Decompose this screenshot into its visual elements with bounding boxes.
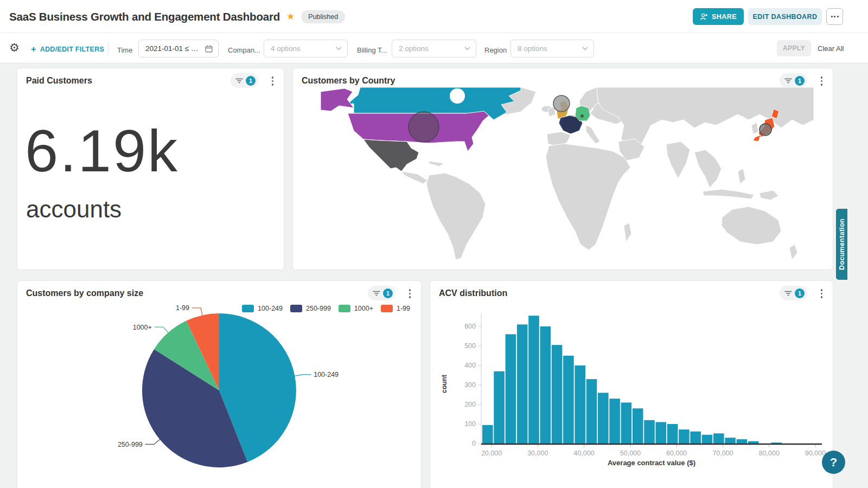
map-australia	[722, 207, 781, 245]
histogram-bar[interactable]	[633, 408, 643, 444]
histogram-bar[interactable]	[563, 356, 574, 444]
x-axis-title: Average contract value ($)	[608, 459, 695, 467]
billing-filter-value: 2 options	[399, 44, 464, 53]
histogram-bar[interactable]	[506, 334, 516, 444]
histogram-bar[interactable]	[609, 399, 620, 444]
histogram-bar[interactable]	[737, 439, 748, 444]
histogram-bar[interactable]	[656, 422, 667, 444]
documentation-tab-label: Documentation	[838, 219, 846, 270]
more-dots-icon	[831, 16, 833, 17]
map-bubble-united-kingdom[interactable]	[553, 95, 570, 112]
region-filter-select[interactable]: 8 options	[510, 40, 594, 57]
world-map-svg	[293, 87, 833, 270]
filter-icon	[235, 78, 243, 84]
company-size-card: Customers by company size 1 100-249250-9…	[17, 280, 422, 488]
paid-customers-card: Paid Customers 1 6.19k accounts	[17, 68, 284, 270]
calendar-icon	[205, 45, 213, 53]
pie-callout-line	[145, 440, 160, 445]
histogram-bar[interactable]	[621, 402, 632, 444]
histogram-bar[interactable]	[540, 326, 551, 444]
billing-filter-select[interactable]: 2 options	[392, 40, 476, 57]
widget-filter-chip[interactable]: 1	[231, 73, 258, 88]
histogram-bar[interactable]	[771, 442, 782, 444]
filter-count-badge: 1	[795, 76, 805, 86]
map-japan[interactable]	[753, 135, 761, 142]
favorite-star-icon[interactable]: ★	[286, 11, 295, 22]
map-new-zealand	[789, 245, 797, 260]
share-button[interactable]: SHARE	[693, 8, 744, 25]
map-cuba	[429, 161, 444, 166]
widget-menu-kebab[interactable]	[820, 75, 824, 87]
company-filter-select[interactable]: 4 options	[264, 40, 348, 57]
acv-distribution-card: ACV distribution 1 010020030040050060020…	[430, 280, 833, 488]
histogram-bar[interactable]	[725, 438, 736, 444]
map-korea	[751, 123, 758, 134]
add-edit-filters-label: ADD/EDIT FILTERS	[40, 46, 104, 53]
region-filter-value: 8 options	[518, 44, 582, 53]
time-filter-input[interactable]: 2021-01-01 ≤ …	[138, 40, 219, 57]
filter-icon	[784, 78, 792, 84]
map-italy	[586, 125, 600, 144]
pie-callout-line	[295, 375, 311, 376]
pie-chart: 100-249250-9991000+1-99	[17, 281, 422, 488]
map-central-america	[401, 171, 427, 184]
app-header: SaaS Business Growth and Engagement Dash…	[0, 0, 868, 33]
more-options-button[interactable]	[826, 8, 843, 25]
map-hudson-bay	[450, 88, 465, 104]
company-filter-value: 4 options	[271, 44, 336, 53]
y-tick-label: 400	[464, 362, 476, 369]
histogram-bar[interactable]	[494, 371, 505, 444]
histogram-bar[interactable]	[690, 432, 701, 444]
pie-callout-label: 250-999	[118, 441, 143, 448]
documentation-tab[interactable]: Documentation	[836, 209, 847, 280]
clear-all-button[interactable]: Clear All	[818, 44, 844, 53]
histogram-bar[interactable]	[748, 441, 759, 444]
histogram-chart: 010020030040050060020,00030,00040,00050,…	[430, 281, 834, 488]
histogram-bar[interactable]	[679, 429, 690, 444]
x-tick-label: 30,000	[527, 450, 548, 457]
map-bubble-germany[interactable]	[580, 114, 584, 118]
y-axis-title: count	[441, 374, 448, 393]
world-map	[293, 87, 833, 270]
filter-settings-gear-icon[interactable]: ⚙	[9, 41, 20, 54]
histogram-bar[interactable]	[702, 435, 713, 444]
histogram-bar[interactable]	[598, 393, 609, 444]
map-mexico[interactable]	[363, 139, 419, 171]
y-tick-label: 100	[464, 420, 476, 428]
add-edit-filters-button[interactable]: + ADD/EDIT FILTERS	[31, 44, 104, 54]
help-button[interactable]: ?	[822, 451, 845, 474]
y-tick-label: 500	[464, 342, 476, 350]
plus-icon: +	[31, 44, 36, 54]
map-philippines	[738, 169, 745, 184]
x-tick-label: 50,000	[620, 450, 641, 457]
y-tick-label: 200	[464, 401, 476, 408]
histogram-bar[interactable]	[528, 316, 539, 444]
edit-dashboard-label: EDIT DASHBOARD	[753, 13, 818, 21]
histogram-bar[interactable]	[644, 420, 655, 444]
widget-menu-kebab[interactable]	[271, 75, 275, 87]
map-bubble-japan[interactable]	[760, 124, 771, 136]
edit-dashboard-button[interactable]: EDIT DASHBOARD	[748, 8, 822, 25]
map-bubble-france[interactable]	[563, 115, 580, 133]
histogram-bar[interactable]	[517, 324, 528, 444]
histogram-bar[interactable]	[552, 345, 563, 444]
filter-bar: ⚙ + ADD/EDIT FILTERS Time 2021-01-01 ≤ ……	[0, 33, 868, 63]
apply-button[interactable]: APPLY	[777, 40, 811, 56]
company-filter-label: Compan...	[228, 46, 260, 54]
histogram-bar[interactable]	[586, 379, 597, 444]
histogram-bar[interactable]	[713, 433, 724, 444]
pie-callout-label: 100-249	[314, 371, 339, 378]
histogram-bar[interactable]	[667, 424, 678, 444]
map-se-asia	[694, 150, 722, 188]
card-title: Paid Customers	[26, 76, 92, 86]
histogram-bar[interactable]	[575, 365, 585, 444]
chevron-down-icon	[336, 47, 342, 50]
pie-callout-label: 1-99	[176, 304, 189, 312]
y-tick-label: 600	[464, 323, 476, 330]
widget-filter-chip[interactable]: 1	[780, 73, 807, 88]
map-bubble-united-states[interactable]	[409, 112, 439, 142]
status-badge: Published	[301, 10, 345, 23]
pie-callout-line	[192, 308, 202, 316]
histogram-bar[interactable]	[482, 425, 493, 444]
map-alaska[interactable]	[321, 88, 354, 111]
